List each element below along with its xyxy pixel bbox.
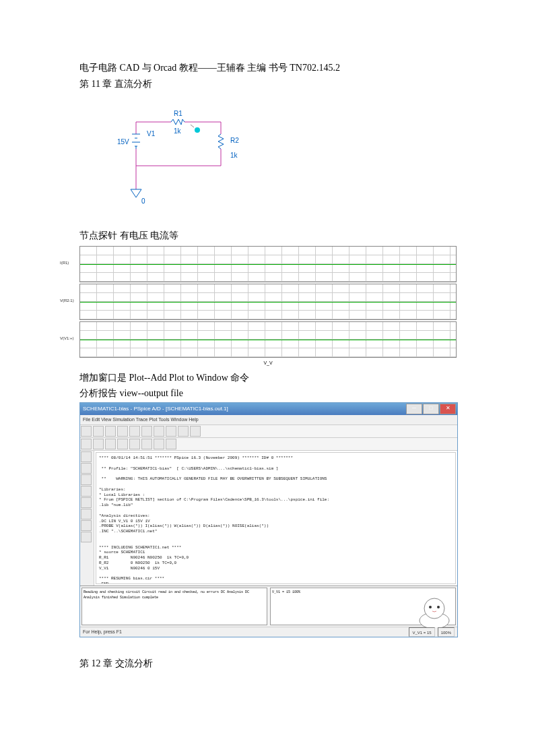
v1-label: V1	[147, 129, 155, 139]
pspice-toolbar-2	[80, 438, 457, 451]
status-help-text: For Help, press F1	[83, 627, 122, 637]
side-btn[interactable]	[81, 474, 92, 485]
plot-command-text: 增加窗口是 Plot--Add Plot to Window 命令	[79, 371, 455, 385]
svg-point-7	[195, 127, 200, 133]
tool-btn[interactable]	[178, 426, 189, 437]
r1-value: 1k	[174, 126, 181, 137]
v1-voltage: 15V	[117, 137, 129, 148]
status-var: V_V1 = 15	[409, 627, 434, 637]
tool-btn[interactable]	[117, 426, 128, 437]
status-progress: 100%	[438, 627, 455, 637]
r2-label: R2	[230, 135, 239, 146]
side-btn[interactable]	[81, 451, 92, 462]
tool-btn[interactable]	[129, 426, 140, 437]
r2-value: 1k	[230, 150, 238, 161]
pspice-window: SCHEMATIC1-bias - PSpice A/D - [SCHEMATI…	[79, 402, 458, 637]
svg-point-10	[424, 598, 444, 619]
tool-btn[interactable]	[105, 439, 116, 449]
gnd-label: 0	[141, 196, 145, 207]
minimize-button[interactable]: ─	[406, 404, 422, 414]
pspice-menubar[interactable]: File Edit View Simulation Trace Plot Too…	[80, 415, 457, 425]
svg-point-11	[429, 606, 432, 608]
svg-point-12	[437, 606, 440, 608]
side-btn[interactable]	[81, 497, 92, 508]
tool-btn[interactable]	[141, 426, 152, 437]
pspice-toolbar-1	[80, 425, 457, 438]
side-btn[interactable]	[81, 520, 92, 531]
simulation-log-panel[interactable]: Reading and checking circuit Circuit rea…	[81, 588, 267, 625]
close-button[interactable]: ✕	[440, 404, 456, 414]
probe-description: 节点探针 有电压 电流等	[79, 228, 455, 243]
tool-btn[interactable]	[154, 426, 164, 437]
document-header: 电子电路 CAD 与 Orcad 教程——王辅春 主编 书号 TN702.145…	[79, 61, 455, 75]
tool-btn[interactable]	[166, 426, 176, 437]
tool-btn[interactable]	[81, 439, 92, 449]
tool-btn[interactable]	[93, 426, 104, 437]
r1-label: R1	[174, 108, 182, 119]
side-toolbar	[80, 451, 94, 586]
tool-btn[interactable]	[81, 426, 92, 437]
svg-line-8	[191, 125, 194, 127]
pspice-statusbar: For Help, press F1 V_V1 = 15 100%	[80, 627, 457, 637]
mascot-icon	[414, 594, 455, 627]
window-title-text: SCHEMATIC1-bias - PSpice A/D - [SCHEMATI…	[83, 406, 228, 412]
output-file-text[interactable]: **** 08/01/14 14:51:51 ******* PSpice 16…	[96, 452, 456, 584]
tool-btn[interactable]	[93, 439, 104, 449]
circuit-schematic: R1 1k R2 1k V1 15V 0	[79, 95, 261, 223]
tool-btn[interactable]	[141, 439, 152, 449]
side-btn[interactable]	[81, 532, 92, 542]
side-btn[interactable]	[81, 509, 92, 519]
tool-btn[interactable]	[154, 439, 164, 449]
tool-btn[interactable]	[129, 439, 140, 449]
simulation-waveform: I(R1) V(R2:1) V(V1:+) V_V	[79, 246, 457, 364]
tool-btn[interactable]	[117, 439, 128, 449]
tool-btn[interactable]	[166, 439, 176, 449]
side-btn[interactable]	[81, 463, 92, 474]
report-command-text: 分析报告 view--output file	[79, 386, 455, 401]
tool-btn[interactable]	[105, 426, 116, 437]
maximize-button[interactable]: □	[423, 404, 439, 414]
tool-btn[interactable]	[190, 426, 201, 437]
chapter-12-title: 第 12 章 交流分析	[79, 656, 455, 671]
pspice-titlebar[interactable]: SCHEMATIC1-bias - PSpice A/D - [SCHEMATI…	[80, 403, 457, 415]
side-btn[interactable]	[81, 486, 92, 497]
chapter-11-title: 第 11 章 直流分析	[79, 77, 455, 92]
